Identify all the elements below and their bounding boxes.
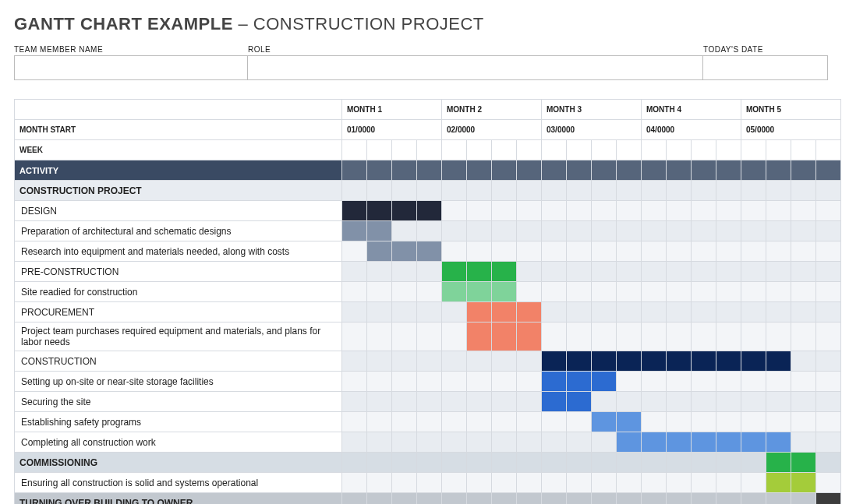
gantt-cell — [367, 241, 392, 262]
gantt-cell — [716, 262, 741, 282]
gantt-cell — [367, 432, 392, 453]
gantt-cell — [542, 181, 567, 201]
gantt-cell — [517, 241, 542, 262]
week-cell — [492, 140, 517, 160]
gantt-cell — [417, 201, 442, 221]
role-input[interactable] — [248, 55, 703, 80]
gantt-cell — [617, 392, 642, 412]
row-label: Establishing safety programs — [15, 412, 342, 432]
gantt-cell — [442, 221, 467, 241]
gantt-cell — [716, 432, 741, 453]
gantt-row: CONSTRUCTION — [15, 351, 841, 372]
gantt-cell — [592, 493, 617, 505]
gantt-cell — [392, 392, 417, 412]
gantt-cell — [567, 322, 592, 351]
gantt-cell — [342, 412, 367, 432]
gantt-cell — [692, 262, 716, 282]
gantt-cell — [542, 473, 567, 493]
gantt-cell — [766, 241, 791, 262]
gantt-cell — [791, 473, 816, 493]
gantt-cell — [692, 432, 716, 453]
gantt-cell — [517, 493, 542, 505]
activity-strip-cell — [791, 160, 816, 181]
gantt-cell — [492, 372, 517, 392]
team-member-input[interactable] — [14, 55, 248, 80]
gantt-cell — [392, 221, 417, 241]
gantt-cell — [741, 493, 766, 505]
week-cell — [467, 140, 492, 160]
gantt-cell — [392, 473, 417, 493]
activity-strip-cell — [517, 160, 542, 181]
gantt-cell — [766, 181, 791, 201]
gantt-cell — [592, 181, 617, 201]
gantt-cell — [617, 372, 642, 392]
gantt-cell — [342, 201, 367, 221]
gantt-cell — [617, 201, 642, 221]
gantt-cell — [642, 372, 667, 392]
row-label: CONSTRUCTION — [15, 351, 342, 372]
gantt-cell — [791, 412, 816, 432]
gantt-cell — [816, 262, 841, 282]
gantt-cell — [791, 372, 816, 392]
gantt-cell — [467, 412, 492, 432]
gantt-cell — [642, 262, 667, 282]
gantt-cell — [467, 262, 492, 282]
activity-strip-cell — [667, 160, 692, 181]
gantt-cell — [642, 181, 667, 201]
gantt-cell — [617, 412, 642, 432]
gantt-cell — [367, 493, 392, 505]
team-member-cell: TEAM MEMBER NAME — [14, 45, 248, 80]
gantt-cell — [692, 302, 716, 322]
gantt-cell — [442, 351, 467, 372]
month-start-value: 02/0000 — [442, 120, 542, 140]
gantt-cell — [592, 473, 617, 493]
gantt-cell — [492, 493, 517, 505]
gantt-cell — [467, 221, 492, 241]
date-input[interactable] — [703, 55, 828, 80]
gantt-cell — [741, 372, 766, 392]
gantt-cell — [642, 473, 667, 493]
gantt-cell — [467, 432, 492, 453]
gantt-cell — [592, 392, 617, 412]
gantt-cell — [467, 372, 492, 392]
gantt-cell — [617, 432, 642, 453]
week-cell — [367, 140, 392, 160]
gantt-cell — [667, 412, 692, 432]
gantt-cell — [816, 412, 841, 432]
activity-strip-cell — [442, 160, 467, 181]
gantt-cell — [741, 351, 766, 372]
title-rest: – CONSTRUCTION PROJECT — [233, 14, 484, 33]
row-label: Ensuring all construction is solid and s… — [15, 473, 342, 493]
gantt-cell — [367, 282, 392, 302]
gantt-cell — [766, 351, 791, 372]
gantt-cell — [442, 493, 467, 505]
gantt-cell — [716, 412, 741, 432]
gantt-cell — [692, 453, 716, 473]
gantt-cell — [492, 221, 517, 241]
gantt-cell — [766, 262, 791, 282]
gantt-cell — [617, 473, 642, 493]
row-label: TURNING OVER BUILDING TO OWNER — [15, 493, 342, 505]
month-start-value: 04/0000 — [642, 120, 741, 140]
gantt-cell — [816, 392, 841, 412]
gantt-row: PRE-CONSTRUCTION — [15, 262, 841, 282]
gantt-cell — [392, 282, 417, 302]
gantt-cell — [642, 201, 667, 221]
gantt-cell — [716, 322, 741, 351]
row-label: Project team purchases required equipmen… — [15, 322, 342, 351]
activity-strip-cell — [367, 160, 392, 181]
gantt-cell — [766, 322, 791, 351]
gantt-cell — [417, 322, 442, 351]
activity-strip-cell — [592, 160, 617, 181]
gantt-cell — [567, 473, 592, 493]
gantt-row: Securing the site — [15, 392, 841, 412]
gantt-cell — [791, 181, 816, 201]
activity-strip-cell — [492, 160, 517, 181]
gantt-cell — [692, 372, 716, 392]
gantt-cell — [716, 493, 741, 505]
gantt-cell — [816, 372, 841, 392]
gantt-cell — [617, 453, 642, 473]
gantt-cell — [766, 453, 791, 473]
week-cell — [342, 140, 367, 160]
week-cell — [392, 140, 417, 160]
